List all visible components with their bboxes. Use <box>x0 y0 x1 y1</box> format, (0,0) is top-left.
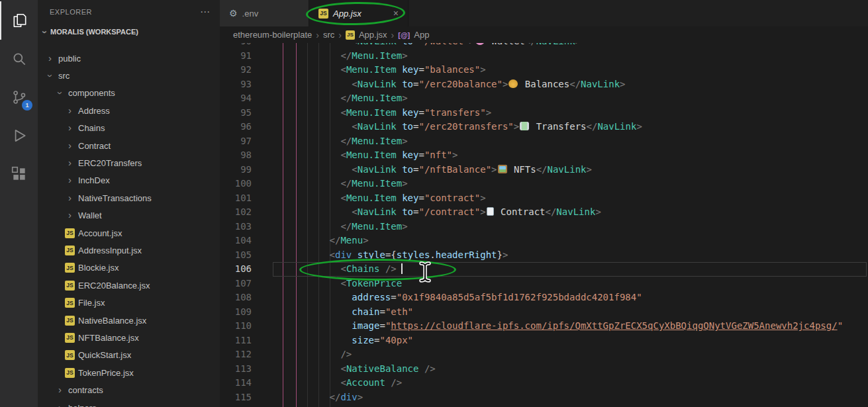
more-actions-icon[interactable]: ⋯ <box>200 6 211 18</box>
tab-bar: ⚙ .env JS App.jsx × <box>220 0 868 26</box>
tree-item-quickstart-jsx[interactable]: JSQuickStart.jsx <box>38 347 220 364</box>
line-number: 98 <box>220 148 252 163</box>
js-file-icon: JS <box>65 246 75 255</box>
tree-item-tokenprice-jsx[interactable]: JSTokenPrice.jsx <box>38 364 220 381</box>
tree-item-label: Account.jsx <box>78 228 122 238</box>
tree-item-account-jsx[interactable]: JSAccount.jsx <box>38 224 220 242</box>
code-line-97[interactable]: 97 </Menu.Item> <box>220 134 868 149</box>
tree-item-label: Wallet <box>78 210 102 220</box>
code-line-98[interactable]: 98 <Menu.Item key="nft"> <box>220 148 868 163</box>
tree-item-helpers[interactable]: ›helpers <box>38 399 220 407</box>
extensions-icon[interactable] <box>0 155 38 193</box>
breadcrumb-item-repo[interactable]: ethereum-boilerplate <box>233 30 312 40</box>
tree-item-label: ERC20Transfers <box>78 158 142 168</box>
js-file-icon: JS <box>65 316 75 326</box>
code-line-93[interactable]: 93 <NavLink to="/erc20balance"> Balances… <box>220 77 868 92</box>
js-file-icon: JS <box>346 30 355 40</box>
code-line-102[interactable]: 102 <NavLink to="/contract"> Contract</N… <box>220 205 868 220</box>
breadcrumb-item-symbol[interactable]: App <box>414 30 429 40</box>
line-number: 93 <box>220 77 252 92</box>
code-editor[interactable]: 90 <NavLink to="/wallet"> Wallet</NavLin… <box>220 43 868 407</box>
activity-bar: 1 <box>0 0 38 407</box>
code-line-111[interactable]: 111 size="40px" <box>220 334 868 348</box>
tree-item-label: TokenPrice.jsx <box>78 368 134 378</box>
code-line-105[interactable]: 105 <div style={styles.headerRight}> <box>220 248 868 263</box>
code-text: <Account /> <box>252 376 402 390</box>
code-text: </Menu.Item> <box>252 177 408 191</box>
chevron-right-icon: › <box>391 30 395 40</box>
code-text: <Menu.Item key="balances"> <box>252 63 486 77</box>
code-line-110[interactable]: 110 image="https://cloudflare-ipfs.com/i… <box>220 319 868 334</box>
tree-item-public[interactable]: ›public <box>38 50 220 67</box>
tree-item-nativebalance-jsx[interactable]: JSNativeBalance.jsx <box>38 312 220 329</box>
tree-item-address[interactable]: ›Address <box>38 102 220 119</box>
chevron-right-icon: › <box>316 30 319 40</box>
tree-item-label: ERC20Balance.jsx <box>78 281 150 291</box>
tree-item-label: NativeTransactions <box>78 193 152 203</box>
breadcrumb-item-file[interactable]: App.jsx <box>359 30 387 40</box>
code-text: </Menu.Item> <box>252 91 408 106</box>
line-number: 96 <box>220 120 252 134</box>
chevron-down-icon: › <box>55 88 65 99</box>
run-debug-icon[interactable] <box>0 116 38 155</box>
explorer-title: EXPLORER <box>50 8 92 16</box>
tree-item-contracts[interactable]: ›contracts <box>38 381 220 398</box>
code-text: <NavLink to="/wallet"> Wallet</NavLink> <box>252 43 581 49</box>
line-number: 91 <box>220 49 252 64</box>
code-line-96[interactable]: 96 <NavLink to="/erc20transfers"> Transf… <box>220 120 868 134</box>
tree-item-nativetransactions[interactable]: ›NativeTransactions <box>38 189 220 206</box>
tree-item-inchdex[interactable]: ›InchDex <box>38 172 220 189</box>
code-line-112[interactable]: 112 /> <box>220 347 868 362</box>
explorer-icon[interactable] <box>0 1 38 40</box>
tree-item-erc20balance-jsx[interactable]: JSERC20Balance.jsx <box>38 277 220 294</box>
js-file-icon: JS <box>65 263 75 273</box>
code-line-115[interactable]: 115 </div> <box>220 390 868 405</box>
code-line-99[interactable]: 99 <NavLink to="/nftBalance"> NFTs</NavL… <box>220 163 868 177</box>
scm-badge: 1 <box>22 100 32 111</box>
tree-item-chains[interactable]: ›Chains <box>38 120 220 137</box>
code-line-106[interactable]: 106 <Chains /> <box>220 262 868 277</box>
source-control-icon[interactable]: 1 <box>0 78 38 116</box>
js-file-icon: JS <box>65 281 75 291</box>
tab-app-jsx[interactable]: JS App.jsx × <box>309 0 409 26</box>
tree-item-erc20transfers[interactable]: ›ERC20Transfers <box>38 154 220 171</box>
code-line-104[interactable]: 104 </Menu> <box>220 234 868 248</box>
line-number: 100 <box>220 177 252 191</box>
code-line-114[interactable]: 114 <Account /> <box>220 376 868 390</box>
tree-item-blockie-jsx[interactable]: JSBlockie.jsx <box>38 259 220 277</box>
code-line-113[interactable]: 113 <NativeBalance /> <box>220 362 868 377</box>
file-tree: ›public›src›components›Address›Chains›Co… <box>38 50 220 407</box>
tree-item-wallet[interactable]: ›Wallet <box>38 207 220 224</box>
tree-item-src[interactable]: ›src <box>38 67 220 84</box>
tree-item-addressinput-jsx[interactable]: JSAddressInput.jsx <box>38 242 220 259</box>
tree-item-label: InchDex <box>78 175 110 185</box>
js-file-icon: JS <box>65 350 75 360</box>
breadcrumb-item-src[interactable]: src <box>323 30 334 40</box>
close-icon[interactable]: × <box>393 8 399 19</box>
workspace-header[interactable]: › MORALIS (WORKSPACE) <box>38 23 220 40</box>
tab-env[interactable]: ⚙ .env <box>220 0 309 26</box>
code-line-100[interactable]: 100 </Menu.Item> <box>220 177 868 191</box>
line-number: 105 <box>220 248 252 263</box>
tree-item-file-jsx[interactable]: JSFile.jsx <box>38 294 220 311</box>
code-line-91[interactable]: 91 </Menu.Item> <box>220 49 868 64</box>
code-line-94[interactable]: 94 </Menu.Item> <box>220 91 868 106</box>
code-line-107[interactable]: 107 <TokenPrice <box>220 277 868 291</box>
code-line-92[interactable]: 92 <Menu.Item key="balances"> <box>220 63 868 77</box>
text-caret <box>401 263 403 274</box>
tree-item-components[interactable]: ›components <box>38 85 220 102</box>
chevron-right-icon: › <box>55 402 66 407</box>
chevron-right-icon: › <box>55 384 66 394</box>
tree-item-label: Chains <box>78 123 105 133</box>
tree-item-nftbalance-jsx[interactable]: JSNFTBalance.jsx <box>38 329 220 346</box>
code-line-101[interactable]: 101 <Menu.Item key="contract"> <box>220 191 868 206</box>
chevron-right-icon: › <box>65 210 75 220</box>
code-line-108[interactable]: 108 address="0x1f9840a85d5af5bf1d1762f92… <box>220 291 868 305</box>
tree-item-contract[interactable]: ›Contract <box>38 137 220 154</box>
search-icon[interactable] <box>0 40 38 78</box>
code-line-90[interactable]: 90 <NavLink to="/wallet"> Wallet</NavLin… <box>220 43 868 49</box>
code-line-109[interactable]: 109 chain="eth" <box>220 305 868 320</box>
code-line-103[interactable]: 103 </Menu.Item> <box>220 220 868 234</box>
code-line-95[interactable]: 95 <Menu.Item key="transfers"> <box>220 106 868 120</box>
breadcrumb: ethereum-boilerplate › src › JS App.jsx … <box>220 26 868 43</box>
